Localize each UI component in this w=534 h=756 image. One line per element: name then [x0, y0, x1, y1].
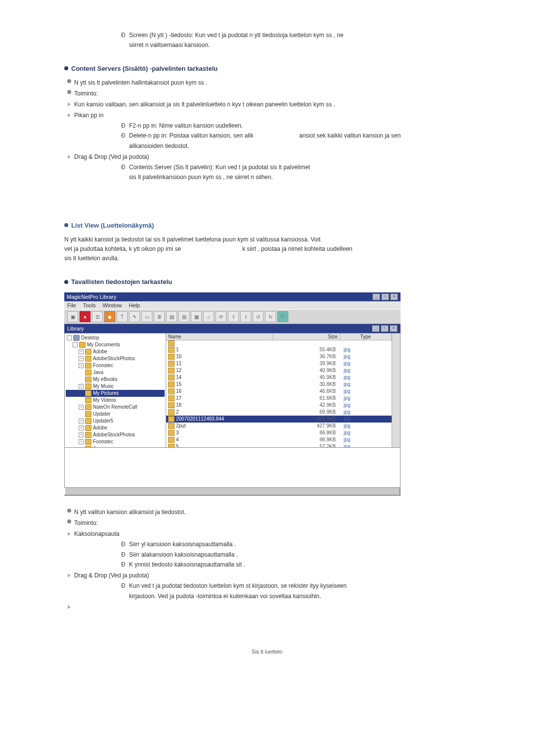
- disc-bullet-icon: [67, 79, 71, 83]
- list-row[interactable]: 1445.9KBjpg: [166, 374, 392, 381]
- file-size: 36.7KB: [272, 353, 341, 360]
- menu-window[interactable]: Window: [102, 302, 122, 308]
- list-row[interactable]: 269.9KBjpg: [166, 409, 392, 416]
- tree-item[interactable]: Java: [66, 445, 165, 447]
- toolbar-btn[interactable]: ⌂: [203, 311, 214, 322]
- folder-icon: [85, 363, 91, 369]
- after-line-2: Toiminto:: [64, 519, 470, 527]
- list-row[interactable]: 1240.9KBjpg: [166, 367, 392, 374]
- tree-item[interactable]: My Pictures: [66, 390, 165, 397]
- menubar: File Tools Window Help: [64, 301, 400, 309]
- toolbar-btn[interactable]: ▤: [166, 311, 177, 322]
- list-row[interactable]: 557.2KBjpg: [166, 443, 392, 447]
- file-name: 11: [176, 360, 181, 367]
- tree-item[interactable]: +Updater5: [66, 418, 165, 425]
- col-size[interactable]: Size: [273, 333, 340, 340]
- folder-icon: [85, 397, 91, 403]
- list-row[interactable]: 498.9KBjpg: [166, 436, 392, 443]
- file-type: jpg: [341, 353, 392, 360]
- list-row[interactable]: 386.8KBjpg: [166, 429, 392, 436]
- file-name: 15: [176, 381, 181, 388]
- list-row[interactable]: [166, 340, 392, 346]
- maximize-button[interactable]: ▫: [381, 293, 389, 300]
- file-type: jpg: [341, 360, 392, 367]
- tree-item[interactable]: +AdobeStockPhotos: [66, 355, 165, 362]
- toolbar-btn[interactable]: ↺: [253, 311, 264, 322]
- cs-d2: ÐDelete-n pp in: Poistaa valitun kansion…: [121, 132, 470, 140]
- toolbar-btn[interactable]: ⇧: [228, 311, 239, 322]
- toolbar-btn[interactable]: ≣: [154, 311, 165, 322]
- tree-item[interactable]: +NateOn RemoteCall: [66, 404, 165, 411]
- toolbar-btn[interactable]: ●: [80, 311, 90, 322]
- panel-min-button[interactable]: _: [372, 325, 380, 332]
- preview-pane: [64, 448, 400, 488]
- after-d4a: ÐKun ved t ja pudotat tiedoston luettelo…: [121, 582, 470, 590]
- disc-bullet-icon: [67, 90, 71, 94]
- menu-file[interactable]: File: [67, 302, 76, 308]
- menu-help[interactable]: Help: [129, 302, 140, 308]
- menu-tools[interactable]: Tools: [83, 302, 96, 308]
- file-name: 5: [176, 443, 179, 447]
- file-type: jpg: [341, 346, 392, 353]
- tree-item-label: My Music: [93, 383, 114, 390]
- file-list: Name Size Type 155.4KBjpg1036.7KBjpg1139…: [166, 333, 392, 447]
- heading-content-servers: Content Servers (Sisältö) -palvelinten t…: [64, 65, 470, 72]
- triangle-bullet-icon: [68, 113, 71, 117]
- tree-item[interactable]: +Foonstec: [66, 362, 165, 369]
- list-row[interactable]: 1530.8KBjpg: [166, 381, 392, 388]
- panel-max-button[interactable]: ▫: [381, 325, 389, 332]
- list-row[interactable]: 2put427.9KBjpg: [166, 423, 392, 429]
- toolbar-btn[interactable]: ⓘ: [277, 311, 288, 322]
- file-size: 40.9KB: [272, 367, 341, 374]
- folder-icon: [85, 425, 91, 431]
- tree-item[interactable]: -Desktop: [66, 334, 165, 341]
- list-row[interactable]: 1761.6KBjpg: [166, 395, 392, 402]
- toolbar-btn[interactable]: ▣: [67, 311, 78, 322]
- list-row[interactable]: 1646.6KBjpg: [166, 388, 392, 395]
- list-body[interactable]: 155.4KBjpg1036.7KBjpg1139.9KBjpg1240.9KB…: [166, 340, 392, 447]
- minimize-button[interactable]: _: [372, 293, 380, 300]
- list-row[interactable]: 20070201112483.844391.9KBjpg: [166, 416, 392, 423]
- toolbar-btn[interactable]: ↻: [265, 311, 276, 322]
- toolbar-btn[interactable]: ⇩: [240, 311, 251, 322]
- col-type[interactable]: Type: [340, 333, 392, 340]
- toolbar-btn[interactable]: ✎: [129, 311, 140, 322]
- library-screenshot: MagicNetPro Library _ ▫ × File Tools Win…: [64, 292, 400, 496]
- toolbar-btn[interactable]: T: [117, 311, 128, 322]
- folder-icon: [85, 411, 91, 417]
- tree-item[interactable]: My eBooks: [66, 376, 165, 383]
- tree-item[interactable]: Updater: [66, 411, 165, 418]
- toolbar-btn[interactable]: ☰: [92, 311, 103, 322]
- cs-line-2: Toiminto:: [64, 89, 470, 98]
- tree-item[interactable]: My Videos: [66, 397, 165, 404]
- folder-icon: [85, 418, 91, 424]
- panel-close-button[interactable]: ×: [390, 325, 398, 332]
- list-row[interactable]: 1036.7KBjpg: [166, 353, 392, 360]
- file-name: 3: [176, 429, 179, 436]
- folder-icon: [85, 390, 91, 396]
- list-row[interactable]: 1139.9KBjpg: [166, 360, 392, 367]
- toolbar-btn[interactable]: ▥: [178, 311, 189, 322]
- toolbar-btn[interactable]: ⟳: [216, 311, 226, 322]
- tree-item[interactable]: -My Documents: [66, 341, 165, 348]
- cs-line-1: N ytt sis lt palvelinten hallintakansiot…: [64, 78, 470, 87]
- tree-item[interactable]: +Adobe: [66, 348, 165, 355]
- tree-item[interactable]: +Adobe: [66, 425, 165, 431]
- tree-item[interactable]: +AdobeStockPhotos: [66, 431, 165, 438]
- toolbar-btn[interactable]: ◆: [104, 311, 115, 322]
- close-button[interactable]: ×: [390, 293, 398, 300]
- file-type: jpg: [341, 416, 392, 423]
- toolbar-btn[interactable]: ▭: [141, 311, 152, 322]
- col-name[interactable]: Name: [166, 333, 273, 340]
- file-type: jpg: [341, 395, 392, 402]
- tree-item[interactable]: Java: [66, 369, 165, 376]
- after-d4b: kirjastoon. Ved ja pudota -toimintoa ei …: [121, 592, 470, 601]
- toolbar-btn[interactable]: ▦: [191, 311, 202, 322]
- tree-item[interactable]: +Foonstec: [66, 438, 165, 445]
- list-row[interactable]: 1842.9KBjpg: [166, 402, 392, 409]
- folder-tree[interactable]: -Desktop-My Documents+Adobe+AdobeStockPh…: [65, 333, 166, 447]
- tree-item[interactable]: +My Music: [66, 383, 165, 390]
- vertical-scrollbar[interactable]: [392, 333, 400, 447]
- top-screen-line2: siirret n valitsemaasi kansioon.: [121, 41, 470, 49]
- list-row[interactable]: 155.4KBjpg: [166, 346, 392, 353]
